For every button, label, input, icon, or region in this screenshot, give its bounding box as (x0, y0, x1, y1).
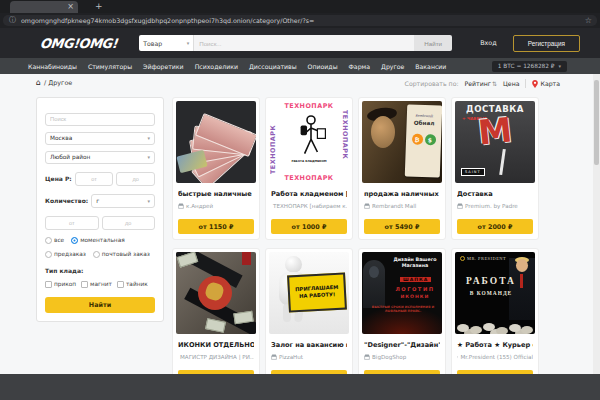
nav-item-euphoretics[interactable]: Эйфоретики (143, 63, 184, 70)
nav-item-vacancies[interactable]: Вакансии (415, 63, 446, 70)
figure-head (285, 256, 302, 273)
quantity-to-input[interactable] (102, 216, 156, 230)
nav-item-opioids[interactable]: Опиоиды (308, 63, 338, 70)
vendor-name: PizzaHut (279, 354, 303, 360)
ribbon (242, 252, 251, 265)
browser-tab[interactable]: × (10, 1, 78, 13)
filter-search-input[interactable] (45, 113, 155, 126)
price-button[interactable]: от 1150 ₽ (178, 219, 254, 234)
sort-arrows-icon: ⇅ (492, 80, 497, 87)
new-tab-icon[interactable]: + (95, 0, 103, 13)
nav-item-stimulants[interactable]: Стимуляторы (88, 63, 132, 70)
product-vendor[interactable]: МАГИСТР ДИЗАЙНА | РИ... (178, 354, 254, 360)
sort-rating-label: Рейтинг (465, 80, 491, 87)
product-vendor[interactable]: BigDogShop (364, 354, 440, 360)
product-image-cash (176, 101, 256, 183)
radio-preorder[interactable]: предзаказ (45, 251, 86, 258)
nav-item-psychedelics[interactable]: Психоделики (195, 63, 238, 70)
site-logo[interactable]: OMG!OMG! (39, 36, 118, 51)
search-button[interactable]: Найти (414, 35, 452, 51)
product-title[interactable]: ИКОНКИ ОТДЕЛЬНО | ... (178, 341, 254, 349)
radio-all[interactable]: все (45, 237, 64, 244)
url-text[interactable]: omgomgnghdfpkneeg74kmob3dgsfxugjdbhpq2on… (21, 17, 561, 25)
product-title[interactable]: Работа кладменом [Вы... (271, 190, 347, 198)
product-vendor[interactable]: к.Андрей (178, 203, 254, 209)
product-vendor[interactable]: Premium. by Padre (457, 203, 533, 209)
site-info-icon[interactable]: ⓘ (9, 16, 16, 25)
checkbox-buried[interactable]: прикоп (45, 281, 76, 288)
radio-icon (93, 251, 100, 258)
product-card[interactable]: быстрые наличные к.Андрей от 1150 ₽ (172, 97, 260, 240)
login-link[interactable]: Вход (480, 39, 497, 47)
poster-item: ЛОГОТИП (387, 286, 442, 292)
price-from-input[interactable] (75, 172, 114, 186)
url-field[interactable]: ⓘ omgomgnghdfpkneeg74kmob3dgsfxugjdbhpq2… (3, 15, 597, 26)
product-title[interactable]: быстрые наличные (178, 190, 254, 198)
radio-mail[interactable]: почтовый заказ (93, 251, 150, 258)
search-input[interactable] (194, 35, 414, 51)
product-title[interactable]: "Designer"-"Дизайн" (364, 341, 440, 349)
address-bar: ⓘ omgomgnghdfpkneeg74kmob3dgsfxugjdbhpq2… (0, 13, 600, 28)
product-card[interactable]: ДОСТАВКА + ЧАЕВЫЕ М SAINT Доставка Premi… (451, 97, 539, 240)
sort-by-rating[interactable]: Рейтинг ⇅ (465, 80, 498, 87)
filter-panel: Москва ▾ Любой район ▾ Цена Р: Количеств… (36, 97, 164, 322)
category-select[interactable]: Товар ▾ (139, 35, 194, 51)
scrollbar-thumb[interactable] (594, 80, 599, 165)
brand-text: MR. PRESIDENT (467, 256, 506, 261)
product-vendor[interactable]: Rembrandt Mall (364, 203, 440, 209)
brand-text: ТЕХНОПАРК (269, 102, 349, 110)
radio-icon (45, 237, 52, 244)
map-toggle[interactable]: Карта (532, 80, 560, 88)
checkbox-hidden[interactable]: тайник (117, 281, 148, 288)
product-vendor[interactable]: Mr.President (155) Official (457, 354, 533, 360)
figure-face (516, 259, 528, 272)
nav-item-pharma[interactable]: Фарма (349, 63, 371, 70)
filter-submit-button[interactable]: Найти (45, 297, 155, 313)
product-title[interactable]: ★ Работа ★ Курьер от ... (457, 341, 533, 349)
product-card[interactable]: ТЕХНОПАРК ТЕХНОПАРК ТЕХНОПАРК ТЕХНОПАРК … (265, 97, 353, 240)
product-vendor[interactable]: PizzaHut (271, 354, 347, 360)
district-select[interactable]: Любой район ▾ (45, 151, 155, 164)
sort-by-price[interactable]: Цена (503, 80, 519, 87)
product-title[interactable]: Доставка (457, 190, 533, 198)
product-card[interactable]: Rembrandt Обнал ₿ $ продажа наличных Rem… (358, 97, 446, 240)
unit-select[interactable]: г ▾ (91, 194, 155, 208)
checkbox-magnet[interactable]: магнит (81, 281, 112, 288)
home-icon[interactable]: ⌂ (36, 79, 41, 87)
nav-item-cannabinoids[interactable]: Каннабиноиды (28, 63, 77, 70)
medal-icon (460, 256, 465, 261)
nav-item-dissociatives[interactable]: Диссоциативы (249, 63, 297, 70)
product-title[interactable]: Залог на вакансию кур... (271, 341, 347, 349)
city-select[interactable]: Москва ▾ (45, 132, 155, 145)
product-card[interactable]: Дизайн Вашего Магазина ШАПКА ЛОГОТИП ИКО… (358, 248, 446, 391)
register-button[interactable]: Регистрация (513, 35, 580, 52)
price-button[interactable]: от 1000 ₽ (271, 219, 347, 234)
quantity-from-input[interactable] (45, 216, 99, 230)
nav-item-other[interactable]: Другое (381, 63, 404, 70)
product-vendor[interactable]: ТЕХНОПАРК [набираем к... (271, 203, 347, 209)
price-to-input[interactable] (116, 172, 155, 186)
map-label: Карта (540, 80, 560, 87)
checkbox-icon (81, 281, 88, 288)
poster-subtitle: В КОМАНДЕ (455, 290, 527, 296)
close-tab-icon[interactable]: × (67, 1, 74, 13)
shop-icon (457, 203, 463, 209)
breadcrumb-path[interactable]: / Другое (44, 79, 72, 87)
product-card[interactable]: MR. PRESIDENT РАБОТА В КОМАНДЕ ★ Работа … (451, 248, 539, 391)
product-image-icons-art (176, 252, 256, 334)
brand-text: ТЕХНОПАРК (341, 110, 349, 174)
price-button[interactable]: от 5490 ₽ (364, 219, 440, 234)
product-title[interactable]: продажа наличных (364, 190, 440, 198)
price-button[interactable]: от 2000 ₽ (457, 219, 533, 234)
btc-rate-selector[interactable]: 1 BTC = 1268282 ₽ ▾ (492, 61, 567, 72)
price-label: Цена Р: (45, 175, 72, 182)
sort-price-label: Цена (503, 80, 519, 87)
bookmark-star-icon[interactable]: ☆ (585, 16, 592, 25)
product-card[interactable]: ИКОНКИ ОТДЕЛЬНО | ... МАГИСТР ДИЗАЙНА | … (172, 248, 260, 391)
product-card[interactable]: ПРИГЛАШАЕМ НА РАБОТУ! Залог на вакансию … (265, 248, 353, 391)
shop-icon (178, 203, 184, 209)
breadcrumb: ⌂ / Другое (36, 79, 72, 87)
radio-instant[interactable]: моментальная (71, 237, 125, 244)
poster-item: ШАПКА (400, 277, 431, 282)
vendor-name: BigDogShop (372, 354, 406, 360)
